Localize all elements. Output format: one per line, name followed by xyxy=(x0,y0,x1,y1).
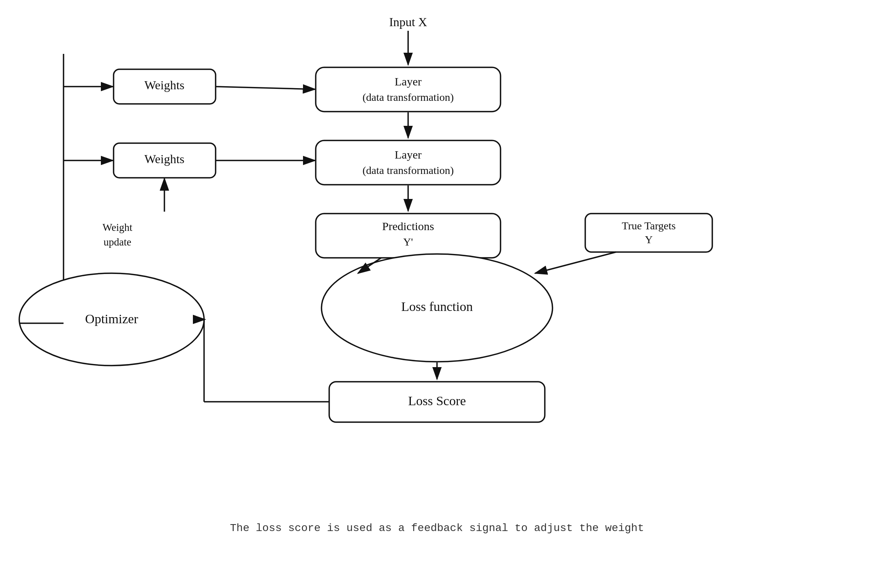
weight-update-text2: update xyxy=(104,236,131,248)
layer1-box xyxy=(316,67,501,112)
layer2-text1: Layer xyxy=(395,148,422,161)
optimizer-text: Optimizer xyxy=(85,312,139,326)
loss-function-text: Loss function xyxy=(401,299,473,314)
weight-update-text1: Weight xyxy=(102,222,132,233)
diagram-container: Input X Layer (data transformation) Laye… xyxy=(0,0,874,588)
layer2-text2: (data transformation) xyxy=(362,164,454,176)
true-targets-box xyxy=(585,214,712,252)
input-x-text: Input X xyxy=(389,15,427,29)
layer1-text2: (data transformation) xyxy=(362,91,454,103)
weights2-text: Weights xyxy=(144,152,184,166)
predictions-text1: Predictions xyxy=(382,220,434,232)
footer-text: The loss score is used as a feedback sig… xyxy=(230,522,644,534)
true-targets-text1: True Targets xyxy=(622,220,676,232)
weights1-text: Weights xyxy=(144,78,184,92)
loss-score-text: Loss Score xyxy=(408,394,466,408)
true-targets-text2: Y xyxy=(645,234,653,246)
layer1-text1: Layer xyxy=(395,75,422,88)
predictions-text2: Y' xyxy=(403,236,413,248)
layer2-box xyxy=(316,140,501,185)
